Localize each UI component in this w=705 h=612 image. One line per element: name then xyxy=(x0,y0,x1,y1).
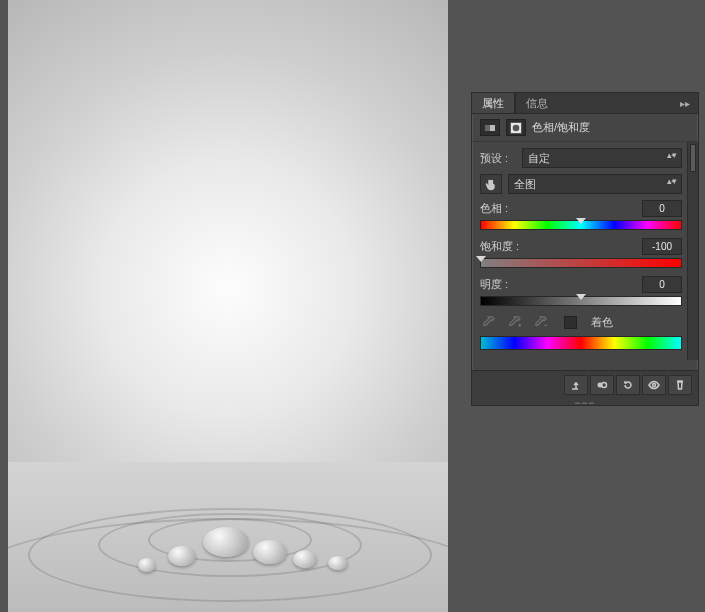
panel-tabs: 属性 信息 ▸▸ xyxy=(472,93,698,114)
lightness-label: 明度 : xyxy=(480,277,508,292)
lightness-value-input[interactable]: 0 xyxy=(642,276,682,293)
adjustment-type-icon xyxy=(480,119,500,136)
dropdown-arrows-icon: ▴▾ xyxy=(667,152,677,158)
toggle-visibility-button[interactable] xyxy=(642,375,666,395)
svg-point-5 xyxy=(602,383,607,388)
hue-value-input[interactable]: 0 xyxy=(642,200,682,217)
saturation-slider[interactable] xyxy=(480,258,682,268)
hue-slider-block: 色相 : 0 xyxy=(480,200,682,230)
tab-properties[interactable]: 属性 xyxy=(472,93,515,113)
channel-value: 全图 xyxy=(514,177,536,192)
clip-to-layer-button[interactable] xyxy=(564,375,588,395)
preset-label: 预设 : xyxy=(480,151,516,166)
saturation-slider-block: 饱和度 : -100 xyxy=(480,238,682,268)
channel-select[interactable]: 全图 ▴▾ xyxy=(508,174,682,194)
preset-select[interactable]: 自定 ▴▾ xyxy=(522,148,682,168)
spectrum-bar[interactable] xyxy=(480,336,682,350)
hue-slider[interactable] xyxy=(480,220,682,230)
preset-value: 自定 xyxy=(528,151,550,166)
mask-icon[interactable] xyxy=(506,119,526,136)
lightness-slider-block: 明度 : 0 xyxy=(480,276,682,306)
panel-scrollbar[interactable] xyxy=(687,142,698,360)
svg-point-3 xyxy=(513,124,520,131)
saturation-label: 饱和度 : xyxy=(480,239,519,254)
reset-button[interactable] xyxy=(616,375,640,395)
lightness-slider[interactable] xyxy=(480,296,682,306)
colorize-label: 着色 xyxy=(591,315,613,330)
svg-point-6 xyxy=(653,384,656,387)
eyedropper-minus-icon[interactable] xyxy=(532,314,548,330)
delete-adjustment-button[interactable] xyxy=(668,375,692,395)
adjustment-title: 色相/饱和度 xyxy=(532,120,590,135)
adjustment-header: 色相/饱和度 xyxy=(472,114,698,142)
document-image xyxy=(8,0,448,612)
eyedropper-icon[interactable] xyxy=(480,314,496,330)
colorize-checkbox[interactable] xyxy=(564,316,577,329)
panel-collapse-button[interactable]: ▸▸ xyxy=(672,98,698,109)
eyedropper-row: 着色 xyxy=(480,314,682,330)
saturation-slider-knob[interactable] xyxy=(476,256,486,262)
eyedropper-plus-icon[interactable] xyxy=(506,314,522,330)
svg-rect-1 xyxy=(485,125,490,131)
properties-panel: 属性 信息 ▸▸ 色相/饱和度 预设 : 自定 ▴▾ 全图 ▴▾ xyxy=(471,92,699,406)
view-previous-button[interactable] xyxy=(590,375,614,395)
panel-resize-grip[interactable]: ━━━ xyxy=(472,399,698,405)
saturation-value-input[interactable]: -100 xyxy=(642,238,682,255)
hue-label: 色相 : xyxy=(480,201,508,216)
tab-info[interactable]: 信息 xyxy=(515,93,558,113)
panel-footer xyxy=(472,370,698,399)
hue-slider-knob[interactable] xyxy=(576,218,586,224)
canvas-area[interactable] xyxy=(8,0,448,612)
targeted-adjust-tool[interactable] xyxy=(480,174,502,194)
lightness-slider-knob[interactable] xyxy=(576,294,586,300)
dropdown-arrows-icon: ▴▾ xyxy=(667,178,677,184)
